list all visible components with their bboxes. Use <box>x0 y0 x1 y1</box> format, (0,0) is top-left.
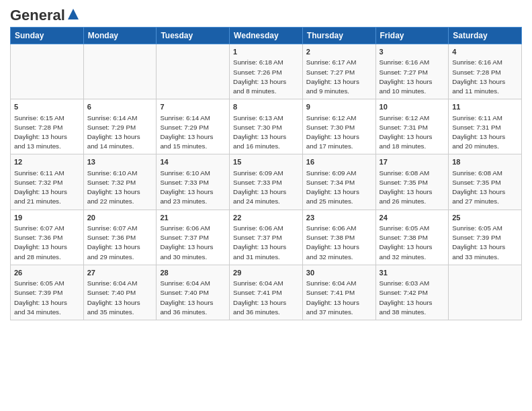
day-number: 9 <box>306 102 372 112</box>
day-number: 29 <box>233 268 299 278</box>
day-info: Sunrise: 6:16 AM Sunset: 7:27 PM Dayligh… <box>380 58 445 96</box>
day-number: 18 <box>452 157 518 167</box>
day-number: 12 <box>14 157 80 167</box>
day-info: Sunrise: 6:07 AM Sunset: 7:36 PM Dayligh… <box>87 224 153 262</box>
calendar-cell: 22Sunrise: 6:06 AM Sunset: 7:37 PM Dayli… <box>230 210 303 265</box>
calendar-table: SundayMondayTuesdayWednesdayThursdayFrid… <box>10 27 522 320</box>
day-info: Sunrise: 6:05 AM Sunset: 7:39 PM Dayligh… <box>452 224 518 262</box>
day-info: Sunrise: 6:14 AM Sunset: 7:29 PM Dayligh… <box>160 113 226 152</box>
day-number: 30 <box>306 268 372 278</box>
page-container: General SundayMondayTuesdayWednesdayThur… <box>0 0 532 327</box>
day-info: Sunrise: 6:18 AM Sunset: 7:26 PM Dayligh… <box>233 58 299 96</box>
day-info: Sunrise: 6:09 AM Sunset: 7:34 PM Dayligh… <box>306 169 372 207</box>
day-header-thursday: Thursday <box>302 28 375 44</box>
week-row-3: 12Sunrise: 6:11 AM Sunset: 7:32 PM Dayli… <box>11 154 522 210</box>
calendar-cell: 21Sunrise: 6:06 AM Sunset: 7:37 PM Dayli… <box>157 210 230 265</box>
day-number: 3 <box>380 47 445 57</box>
calendar-cell: 29Sunrise: 6:04 AM Sunset: 7:41 PM Dayli… <box>230 265 303 320</box>
day-info: Sunrise: 6:06 AM Sunset: 7:37 PM Dayligh… <box>160 224 226 262</box>
day-info: Sunrise: 6:07 AM Sunset: 7:36 PM Dayligh… <box>14 224 80 262</box>
logo-icon <box>66 7 80 21</box>
calendar-cell: 27Sunrise: 6:04 AM Sunset: 7:40 PM Dayli… <box>83 265 157 320</box>
calendar-cell: 31Sunrise: 6:03 AM Sunset: 7:42 PM Dayli… <box>375 265 449 320</box>
calendar-cell: 13Sunrise: 6:10 AM Sunset: 7:32 PM Dayli… <box>83 154 157 210</box>
calendar-cell: 9Sunrise: 6:12 AM Sunset: 7:30 PM Daylig… <box>302 99 375 154</box>
day-number: 5 <box>14 102 80 112</box>
calendar-cell: 18Sunrise: 6:08 AM Sunset: 7:35 PM Dayli… <box>449 154 522 210</box>
day-number: 8 <box>233 102 299 112</box>
day-number: 10 <box>380 102 445 112</box>
day-info: Sunrise: 6:10 AM Sunset: 7:33 PM Dayligh… <box>160 169 226 207</box>
day-info: Sunrise: 6:14 AM Sunset: 7:29 PM Dayligh… <box>87 113 153 152</box>
day-number: 7 <box>160 102 226 112</box>
day-number: 6 <box>87 102 153 112</box>
calendar-cell: 7Sunrise: 6:14 AM Sunset: 7:29 PM Daylig… <box>157 99 230 154</box>
calendar-cell: 16Sunrise: 6:09 AM Sunset: 7:34 PM Dayli… <box>302 154 375 210</box>
week-row-4: 19Sunrise: 6:07 AM Sunset: 7:36 PM Dayli… <box>11 210 522 265</box>
day-info: Sunrise: 6:03 AM Sunset: 7:42 PM Dayligh… <box>380 279 445 317</box>
day-info: Sunrise: 6:05 AM Sunset: 7:38 PM Dayligh… <box>380 224 445 262</box>
logo: General <box>10 7 80 21</box>
day-number: 23 <box>306 213 372 223</box>
day-info: Sunrise: 6:09 AM Sunset: 7:33 PM Dayligh… <box>233 169 299 207</box>
day-info: Sunrise: 6:04 AM Sunset: 7:41 PM Dayligh… <box>233 279 299 317</box>
calendar-cell: 25Sunrise: 6:05 AM Sunset: 7:39 PM Dayli… <box>449 210 522 265</box>
day-info: Sunrise: 6:13 AM Sunset: 7:30 PM Dayligh… <box>233 113 299 152</box>
calendar-cell: 4Sunrise: 6:16 AM Sunset: 7:28 PM Daylig… <box>449 44 522 99</box>
day-info: Sunrise: 6:05 AM Sunset: 7:39 PM Dayligh… <box>14 279 80 317</box>
day-number: 2 <box>306 47 372 57</box>
day-header-monday: Monday <box>83 28 157 44</box>
header: General <box>10 7 522 21</box>
calendar-cell: 14Sunrise: 6:10 AM Sunset: 7:33 PM Dayli… <box>157 154 230 210</box>
calendar-cell: 30Sunrise: 6:04 AM Sunset: 7:41 PM Dayli… <box>302 265 375 320</box>
day-info: Sunrise: 6:16 AM Sunset: 7:28 PM Dayligh… <box>452 58 518 96</box>
day-info: Sunrise: 6:10 AM Sunset: 7:32 PM Dayligh… <box>87 169 153 207</box>
calendar-cell: 15Sunrise: 6:09 AM Sunset: 7:33 PM Dayli… <box>230 154 303 210</box>
calendar-cell: 3Sunrise: 6:16 AM Sunset: 7:27 PM Daylig… <box>375 44 449 99</box>
day-number: 1 <box>233 47 299 57</box>
calendar-cell: 8Sunrise: 6:13 AM Sunset: 7:30 PM Daylig… <box>230 99 303 154</box>
calendar-cell: 23Sunrise: 6:06 AM Sunset: 7:38 PM Dayli… <box>302 210 375 265</box>
day-number: 25 <box>452 213 518 223</box>
calendar-cell <box>449 265 522 320</box>
week-row-1: 1Sunrise: 6:18 AM Sunset: 7:26 PM Daylig… <box>11 44 522 99</box>
day-info: Sunrise: 6:15 AM Sunset: 7:28 PM Dayligh… <box>14 113 80 152</box>
calendar-cell: 6Sunrise: 6:14 AM Sunset: 7:29 PM Daylig… <box>83 99 157 154</box>
day-number: 13 <box>87 157 153 167</box>
calendar-cell: 24Sunrise: 6:05 AM Sunset: 7:38 PM Dayli… <box>375 210 449 265</box>
day-header-sunday: Sunday <box>11 28 84 44</box>
day-header-wednesday: Wednesday <box>230 28 303 44</box>
week-row-2: 5Sunrise: 6:15 AM Sunset: 7:28 PM Daylig… <box>11 99 522 154</box>
calendar-cell: 12Sunrise: 6:11 AM Sunset: 7:32 PM Dayli… <box>11 154 84 210</box>
day-info: Sunrise: 6:06 AM Sunset: 7:38 PM Dayligh… <box>306 224 372 262</box>
day-number: 16 <box>306 157 372 167</box>
logo-general: General <box>10 7 65 24</box>
calendar-cell: 5Sunrise: 6:15 AM Sunset: 7:28 PM Daylig… <box>11 99 84 154</box>
calendar-cell: 2Sunrise: 6:17 AM Sunset: 7:27 PM Daylig… <box>302 44 375 99</box>
day-info: Sunrise: 6:11 AM Sunset: 7:31 PM Dayligh… <box>452 113 518 152</box>
day-header-friday: Friday <box>375 28 449 44</box>
day-info: Sunrise: 6:04 AM Sunset: 7:40 PM Dayligh… <box>160 279 226 317</box>
day-number: 17 <box>380 157 445 167</box>
calendar-cell: 26Sunrise: 6:05 AM Sunset: 7:39 PM Dayli… <box>11 265 84 320</box>
day-number: 20 <box>87 213 153 223</box>
day-number: 22 <box>233 213 299 223</box>
day-info: Sunrise: 6:11 AM Sunset: 7:32 PM Dayligh… <box>14 169 80 207</box>
calendar-cell: 17Sunrise: 6:08 AM Sunset: 7:35 PM Dayli… <box>375 154 449 210</box>
calendar-cell: 20Sunrise: 6:07 AM Sunset: 7:36 PM Dayli… <box>83 210 157 265</box>
calendar-cell: 11Sunrise: 6:11 AM Sunset: 7:31 PM Dayli… <box>449 99 522 154</box>
svg-marker-0 <box>68 9 79 19</box>
day-number: 4 <box>452 47 518 57</box>
day-header-tuesday: Tuesday <box>157 28 230 44</box>
day-number: 24 <box>380 213 445 223</box>
day-info: Sunrise: 6:12 AM Sunset: 7:30 PM Dayligh… <box>306 113 372 152</box>
day-number: 11 <box>452 102 518 112</box>
day-info: Sunrise: 6:06 AM Sunset: 7:37 PM Dayligh… <box>233 224 299 262</box>
day-info: Sunrise: 6:08 AM Sunset: 7:35 PM Dayligh… <box>380 169 445 207</box>
calendar-cell: 1Sunrise: 6:18 AM Sunset: 7:26 PM Daylig… <box>230 44 303 99</box>
day-header-saturday: Saturday <box>449 28 522 44</box>
week-row-5: 26Sunrise: 6:05 AM Sunset: 7:39 PM Dayli… <box>11 265 522 320</box>
day-info: Sunrise: 6:04 AM Sunset: 7:41 PM Dayligh… <box>306 279 372 317</box>
day-number: 14 <box>160 157 226 167</box>
calendar-cell: 19Sunrise: 6:07 AM Sunset: 7:36 PM Dayli… <box>11 210 84 265</box>
